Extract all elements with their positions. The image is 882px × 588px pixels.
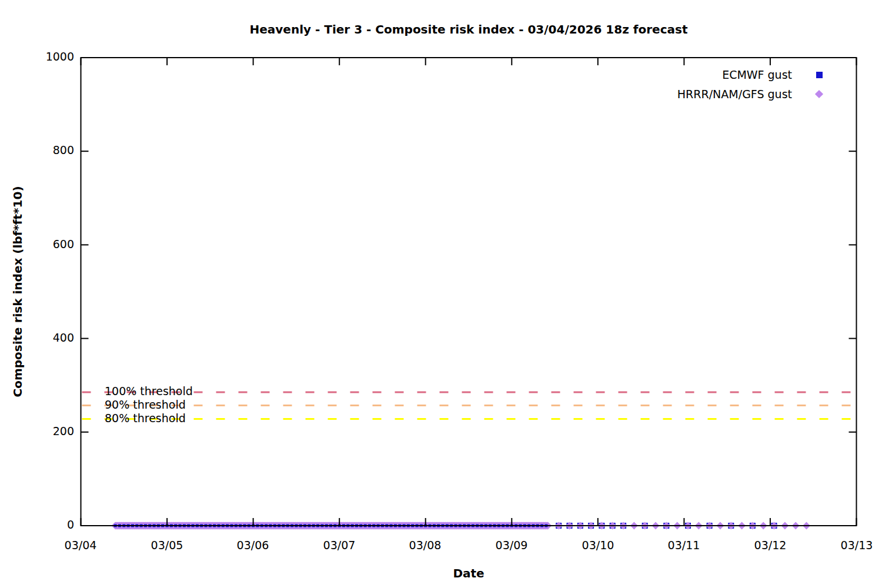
y-axis-label: Composite risk index (lbf*ft*10) [11,186,25,397]
y-tick-label: 400 [21,331,74,344]
y-tick-label: 800 [21,143,74,156]
y-tick-label: 200 [21,425,74,437]
x-axis-label: Date [55,566,882,580]
x-tick-label: 03/12 [738,539,803,552]
legend-label-ecmwf: ECMWF gust [722,68,792,81]
chart-title: Heavenly - Tier 3 - Composite risk index… [55,22,882,36]
x-tick-label: 03/11 [652,539,716,552]
x-tick-label: 03/04 [48,539,113,552]
x-tick-label: 03/08 [393,539,457,552]
threshold-label-90: 90% threshold [105,398,186,411]
y-axis-label-anchor: Composite risk index (lbf*ft*10) [18,292,229,306]
x-tick-label: 03/05 [135,539,199,552]
x-tick-label: 03/07 [307,539,372,552]
y-tick-label: 600 [21,238,74,250]
legend-label-hrrr-nam-gfs: HRRR/NAM/GFS gust [677,88,792,101]
chart-figure: Heavenly - Tier 3 - Composite risk index… [0,0,882,588]
x-tick-label: 03/10 [566,539,630,552]
y-tick-label: 0 [21,518,74,531]
x-tick-label: 03/13 [824,539,882,552]
threshold-label-80: 80% threshold [105,412,186,425]
x-tick-label: 03/09 [479,539,544,552]
x-tick-label: 03/06 [220,539,285,552]
legend-marker-square-icon [816,72,823,78]
y-tick-label: 1000 [21,50,74,63]
threshold-label-100: 100% threshold [105,385,193,397]
